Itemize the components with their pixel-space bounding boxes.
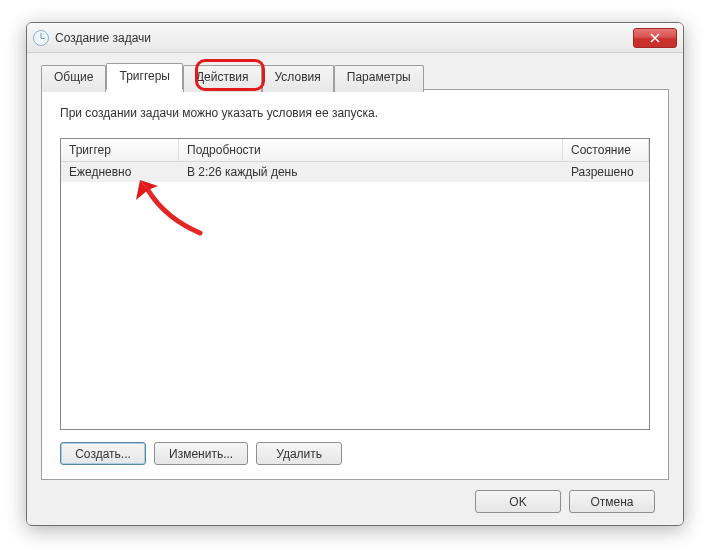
dialog-body: Общие Триггеры Действия Условия Параметр… bbox=[27, 53, 683, 525]
col-header-trigger[interactable]: Триггер bbox=[61, 139, 179, 161]
tab-conditions[interactable]: Условия bbox=[262, 65, 334, 92]
listview-body: Ежедневно В 2:26 каждый день Разрешено bbox=[61, 162, 649, 429]
table-row[interactable]: Ежедневно В 2:26 каждый день Разрешено bbox=[61, 162, 649, 182]
tab-settings[interactable]: Параметры bbox=[334, 65, 424, 92]
titlebar: Создание задачи bbox=[27, 23, 683, 53]
close-button[interactable] bbox=[633, 28, 677, 48]
ok-button[interactable]: OK bbox=[475, 490, 561, 513]
dialog-footer: OK Отмена bbox=[41, 480, 669, 513]
tab-actions[interactable]: Действия bbox=[183, 65, 262, 92]
tab-panel-triggers: При создании задачи можно указать услови… bbox=[41, 89, 669, 480]
clock-icon bbox=[33, 30, 49, 46]
tab-triggers[interactable]: Триггеры bbox=[106, 63, 183, 90]
cancel-button[interactable]: Отмена bbox=[569, 490, 655, 513]
cell-details: В 2:26 каждый день bbox=[179, 162, 563, 182]
cell-trigger: Ежедневно bbox=[61, 162, 179, 182]
create-button[interactable]: Создать... bbox=[60, 442, 146, 465]
triggers-listview[interactable]: Триггер Подробности Состояние Ежедневно … bbox=[60, 138, 650, 430]
col-header-details[interactable]: Подробности bbox=[179, 139, 563, 161]
col-header-state[interactable]: Состояние bbox=[563, 139, 649, 161]
create-task-dialog: Создание задачи Общие Триггеры Действия … bbox=[26, 22, 684, 526]
trigger-action-buttons: Создать... Изменить... Удалить bbox=[60, 442, 650, 465]
window-title: Создание задачи bbox=[55, 31, 633, 45]
close-icon bbox=[650, 33, 660, 43]
edit-button[interactable]: Изменить... bbox=[154, 442, 248, 465]
tabstrip: Общие Триггеры Действия Условия Параметр… bbox=[41, 63, 669, 90]
instruction-text: При создании задачи можно указать услови… bbox=[60, 106, 650, 120]
delete-button[interactable]: Удалить bbox=[256, 442, 342, 465]
tab-general[interactable]: Общие bbox=[41, 65, 106, 92]
listview-header: Триггер Подробности Состояние bbox=[61, 139, 649, 162]
cell-state: Разрешено bbox=[563, 162, 649, 182]
